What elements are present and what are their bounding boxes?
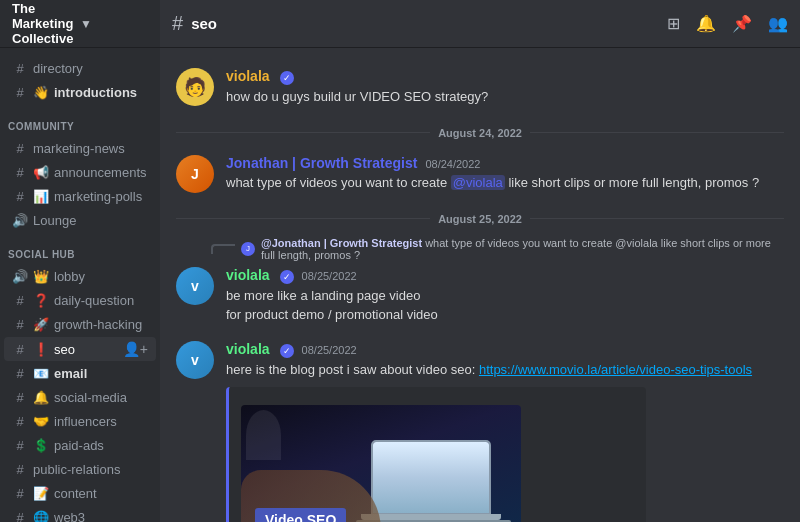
message-item: v violala ✓ 08/25/2022 be more like a la… — [176, 263, 784, 329]
sidebar-item-paid-ads[interactable]: # 💲 paid-ads — [4, 434, 156, 457]
message-body: Jonathan | Growth Strategist 08/24/2022 … — [226, 155, 784, 193]
alert-icon: ❗ — [33, 342, 49, 357]
channel-label-influencers: influencers — [54, 414, 148, 429]
sidebar-item-lounge[interactable]: 🔊 Lounge — [4, 209, 156, 232]
add-member-icon[interactable]: 👤+ — [123, 341, 148, 357]
hash-icon: # — [12, 317, 28, 332]
sidebar: # directory # 👋 introductions Community … — [0, 48, 160, 522]
message-author: violala — [226, 267, 270, 283]
reply-text: @Jonathan | Growth Strategist what type … — [261, 237, 784, 261]
person-silhouette — [246, 410, 281, 460]
mention: @violala — [451, 175, 505, 190]
message-author: violala — [226, 341, 270, 357]
message-header: Jonathan | Growth Strategist 08/24/2022 — [226, 155, 784, 171]
wave-icon: 👋 — [33, 85, 49, 100]
message-text: here is the blog post i saw about video … — [226, 360, 784, 380]
hash-icon[interactable]: ⊞ — [667, 14, 680, 33]
channel-label-seo: seo — [54, 342, 118, 357]
link-embed: Video SEO — [226, 387, 646, 522]
avatar: v — [176, 267, 214, 305]
hash-icon: # — [12, 462, 28, 477]
channel-label-daily-question: daily-question — [54, 293, 148, 308]
channel-name: seo — [191, 15, 217, 32]
screen-content — [373, 442, 489, 513]
verified-icon: ✓ — [280, 344, 294, 358]
channel-hash-icon: # — [172, 12, 183, 35]
notification-icon[interactable]: 🔔 — [696, 14, 716, 33]
question-icon: ❓ — [33, 293, 49, 308]
message-item: 🧑 violala ✓ how do u guys build ur VIDEO… — [176, 64, 784, 111]
message-body: violala ✓ 08/25/2022 here is the blog po… — [226, 341, 784, 523]
message-list: 🧑 violala ✓ how do u guys build ur VIDEO… — [160, 48, 800, 522]
hash-icon: # — [12, 61, 28, 76]
avatar: v — [176, 341, 214, 379]
divider-text: August 24, 2022 — [438, 127, 522, 139]
sidebar-item-content[interactable]: # 📝 content — [4, 482, 156, 505]
blog-link[interactable]: https://www.movio.la/article/video-seo-t… — [479, 362, 752, 377]
message-text: how do u guys build ur VIDEO SEO strateg… — [226, 87, 784, 107]
divider-line — [530, 218, 784, 219]
sidebar-item-marketing-polls[interactable]: # 📊 marketing-polls — [4, 185, 156, 208]
date-divider: August 25, 2022 — [176, 213, 784, 225]
sidebar-item-growth-hacking[interactable]: # 🚀 growth-hacking — [4, 313, 156, 336]
channel-label-public-relations: public-relations — [33, 462, 148, 477]
community-section: # marketing-news # 📢 announcements # 📊 m… — [0, 136, 160, 233]
channel-label-growth-hacking: growth-hacking — [54, 317, 148, 332]
speaker-icon: 🔊 — [12, 213, 28, 228]
message-text: be more like a landing page video — [226, 286, 784, 306]
message-timestamp: 08/25/2022 — [302, 270, 357, 282]
channel-label-social-media: social-media — [54, 390, 148, 405]
channel-label-web3: web3 — [54, 510, 148, 522]
hash-icon: # — [12, 293, 28, 308]
divider-line — [530, 132, 784, 133]
header-actions: ⊞ 🔔 📌 👥 — [667, 14, 800, 33]
sidebar-item-email[interactable]: # 📧 email — [4, 362, 156, 385]
avatar: 🧑 — [176, 68, 214, 106]
hash-icon: # — [12, 189, 28, 204]
divider-line — [176, 218, 430, 219]
sidebar-item-marketing-news[interactable]: # marketing-news — [4, 137, 156, 160]
video-seo-label: Video SEO — [255, 508, 346, 522]
main-layout: # directory # 👋 introductions Community … — [0, 48, 800, 522]
sidebar-item-social-media[interactable]: # 🔔 social-media — [4, 386, 156, 409]
sidebar-item-introductions[interactable]: # 👋 introductions — [4, 81, 156, 104]
content-area: 🧑 violala ✓ how do u guys build ur VIDEO… — [160, 48, 800, 522]
sidebar-item-directory[interactable]: # directory — [4, 57, 156, 80]
sidebar-item-daily-question[interactable]: # ❓ daily-question — [4, 289, 156, 312]
hash-icon: # — [12, 342, 28, 357]
reply-indicator: J @Jonathan | Growth Strategist what typ… — [176, 237, 784, 261]
message-item: J Jonathan | Growth Strategist 08/24/202… — [176, 151, 784, 197]
verified-icon: ✓ — [280, 270, 294, 284]
reply-connector — [211, 244, 235, 254]
channel-info: # seo — [160, 12, 667, 35]
server-title[interactable]: The Marketing Collective ▼ — [0, 0, 160, 48]
message-text: what type of videos you want to create @… — [226, 173, 784, 193]
message-with-reply: J @Jonathan | Growth Strategist what typ… — [176, 237, 784, 333]
pin-icon[interactable]: 📌 — [732, 14, 752, 33]
message-header: violala ✓ — [226, 68, 784, 85]
channel-label-announcements: announcements — [54, 165, 148, 180]
message-text-continued: for product demo / promotional video — [226, 305, 784, 325]
sidebar-item-lobby[interactable]: 🔊 👑 lobby — [4, 265, 156, 288]
sidebar-item-announcements[interactable]: # 📢 announcements — [4, 161, 156, 184]
message-body: violala ✓ how do u guys build ur VIDEO S… — [226, 68, 784, 107]
hash-icon: # — [12, 85, 28, 100]
hash-icon: # — [12, 438, 28, 453]
handshake-icon: 🤝 — [33, 414, 49, 429]
sidebar-item-public-relations[interactable]: # public-relations — [4, 458, 156, 481]
rocket-icon: 🚀 — [33, 317, 49, 332]
sidebar-item-web3[interactable]: # 🌐 web3 — [4, 506, 156, 522]
channel-label-marketing-news: marketing-news — [33, 141, 148, 156]
server-name: The Marketing Collective — [12, 1, 80, 46]
social-hub-section: 🔊 👑 lobby # ❓ daily-question # 🚀 growth-… — [0, 264, 160, 522]
hash-icon: # — [12, 141, 28, 156]
mention: @violala — [615, 237, 657, 249]
announce-icon: 📢 — [33, 165, 49, 180]
sidebar-item-seo[interactable]: # ❗ seo 👤+ — [4, 337, 156, 361]
message-author: violala — [226, 68, 270, 84]
message-timestamp: 08/24/2022 — [425, 158, 480, 170]
channel-label-paid-ads: paid-ads — [54, 438, 148, 453]
member-icon[interactable]: 👥 — [768, 14, 788, 33]
channel-header: # seo ⊞ 🔔 📌 👥 — [160, 0, 800, 48]
sidebar-item-influencers[interactable]: # 🤝 influencers — [4, 410, 156, 433]
